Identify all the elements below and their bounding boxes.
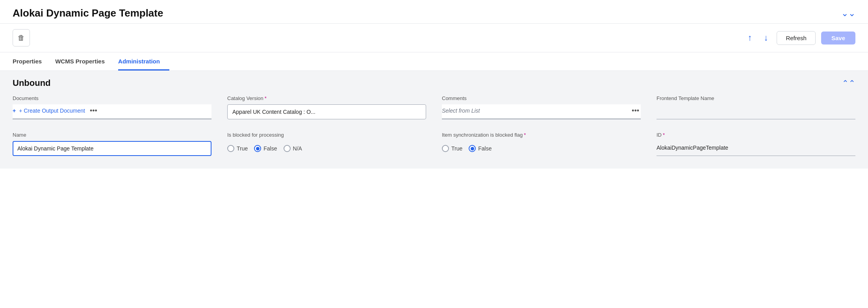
id-field: ID * AlokaiDynamicPageTemplate — [657, 132, 855, 156]
is-blocked-field: Is blocked for processing True False N/A — [227, 132, 426, 156]
item-sync-true-radio[interactable] — [442, 145, 449, 152]
name-input-row — [13, 141, 211, 156]
catalog-version-value: Apparel UK Content Catalog : O... — [232, 109, 421, 115]
item-sync-required: * — [524, 132, 526, 138]
move-down-button[interactable]: ↓ — [760, 31, 771, 45]
is-blocked-true-label: True — [237, 145, 248, 152]
item-sync-true-option[interactable]: True — [442, 145, 462, 152]
catalog-version-input-row: Apparel UK Content Catalog : O... — [227, 104, 426, 119]
delete-button[interactable]: 🗑 — [13, 29, 30, 46]
section-title: Unbound — [13, 78, 51, 88]
frontend-template-name-input-row — [657, 104, 855, 119]
id-value: AlokaiDynamicPageTemplate — [657, 145, 855, 151]
unbound-section: Unbound ⌃⌃ Documents + + Create Output D… — [0, 71, 868, 169]
catalog-version-required: * — [265, 95, 267, 101]
id-label: ID * — [657, 132, 855, 138]
comments-more-button[interactable]: ••• — [630, 107, 641, 115]
documents-more-button[interactable]: ••• — [88, 107, 99, 115]
is-blocked-false-option[interactable]: False — [254, 145, 277, 152]
toolbar: 🗑 ↑ ↓ Refresh Save — [0, 24, 868, 52]
is-blocked-radio-group: True False N/A — [227, 141, 426, 156]
catalog-version-label: Catalog Version * — [227, 95, 426, 101]
save-button[interactable]: Save — [821, 32, 855, 45]
section-header: Unbound ⌃⌃ — [13, 78, 855, 88]
comments-input-row: Select from List ••• — [442, 104, 641, 119]
name-input[interactable] — [17, 145, 207, 152]
is-blocked-label: Is blocked for processing — [227, 132, 426, 138]
collapse-section-button[interactable]: ⌃⌃ — [842, 78, 855, 88]
create-output-document-button[interactable]: + + Create Output Document — [13, 108, 85, 114]
documents-input-row: + + Create Output Document ••• — [13, 104, 211, 119]
is-blocked-false-label: False — [263, 145, 277, 152]
comments-label: Comments — [442, 95, 641, 101]
is-blocked-na-label: N/A — [293, 145, 302, 152]
fields-row-2: Name Is blocked for processing True — [13, 132, 855, 156]
tab-properties[interactable]: Properties — [13, 52, 51, 71]
documents-label: Documents — [13, 95, 211, 101]
is-blocked-na-radio[interactable] — [284, 145, 291, 152]
arrow-up-icon: ↑ — [747, 33, 752, 43]
id-input-row: AlokaiDynamicPageTemplate — [657, 141, 855, 156]
id-required: * — [663, 132, 665, 138]
tab-administration[interactable]: Administration — [118, 52, 169, 71]
name-field: Name — [13, 132, 211, 156]
item-sync-false-option[interactable]: False — [469, 145, 491, 152]
item-sync-radio-group: True False — [442, 141, 641, 156]
is-blocked-true-radio[interactable] — [227, 145, 234, 152]
name-label: Name — [13, 132, 211, 138]
comments-field: Comments Select from List ••• — [442, 95, 641, 119]
comments-placeholder[interactable]: Select from List — [442, 108, 627, 114]
chevron-up-icon: ⌃⌃ — [842, 79, 855, 87]
is-blocked-na-option[interactable]: N/A — [284, 145, 302, 152]
page-header: Alokai Dynamic Page Template ⌄⌄ — [0, 0, 868, 24]
create-output-label[interactable]: + Create Output Document — [19, 108, 85, 114]
move-up-button[interactable]: ↑ — [744, 31, 755, 45]
collapse-header-icon[interactable]: ⌄⌄ — [841, 8, 855, 19]
tab-wcms-properties[interactable]: WCMS Properties — [55, 52, 114, 71]
plus-icon: + — [13, 108, 16, 114]
fields-row-1: Documents + + Create Output Document •••… — [13, 95, 855, 119]
frontend-template-name-label: Frontend Template Name — [657, 95, 855, 101]
catalog-version-field: Catalog Version * Apparel UK Content Cat… — [227, 95, 426, 119]
item-sync-label: Item synchronization is blocked flag * — [442, 132, 641, 138]
item-sync-true-label: True — [451, 145, 462, 152]
is-blocked-false-radio[interactable] — [254, 145, 261, 152]
tab-bar: Properties WCMS Properties Administratio… — [0, 52, 868, 71]
page-title: Alokai Dynamic Page Template — [13, 7, 163, 19]
frontend-template-name-field: Frontend Template Name — [657, 95, 855, 119]
documents-field: Documents + + Create Output Document ••• — [13, 95, 211, 119]
frontend-template-name-input[interactable] — [657, 108, 855, 114]
refresh-button[interactable]: Refresh — [777, 31, 816, 45]
item-sync-false-radio[interactable] — [469, 145, 476, 152]
item-sync-field: Item synchronization is blocked flag * T… — [442, 132, 641, 156]
item-sync-false-label: False — [478, 145, 491, 152]
delete-icon: 🗑 — [18, 34, 25, 42]
is-blocked-true-option[interactable]: True — [227, 145, 248, 152]
arrow-down-icon: ↓ — [764, 33, 768, 43]
